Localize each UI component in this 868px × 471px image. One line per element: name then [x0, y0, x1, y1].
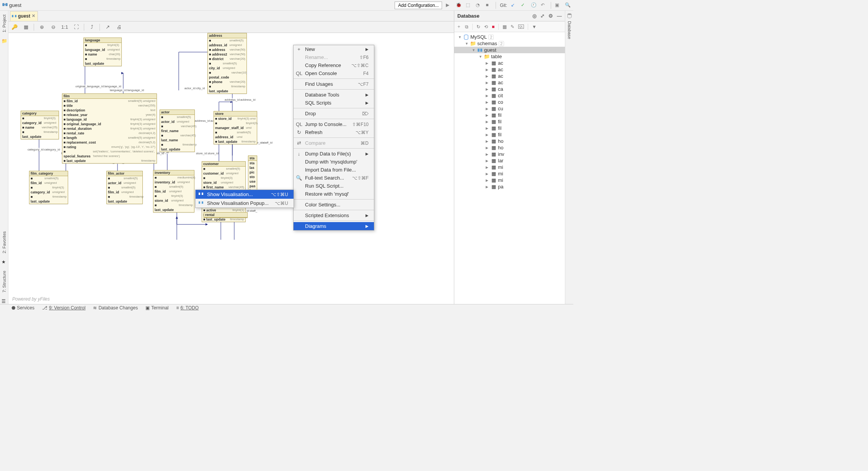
- table-inventory[interactable]: inventory■ inventory_idmediumint(8) unsi…: [153, 170, 194, 213]
- target-icon[interactable]: ◎: [532, 13, 537, 19]
- tree-tables-folder[interactable]: ▼ 📁 table: [454, 53, 565, 60]
- tree-table-item[interactable]: ▶▦ho: [454, 144, 565, 151]
- tree-table-item[interactable]: ▶▦cit: [454, 92, 565, 99]
- menu-item[interactable]: Find Usages⌥F7: [294, 80, 374, 88]
- refresh-icon[interactable]: ↻: [476, 24, 480, 29]
- menu-item[interactable]: Run SQL Script...: [294, 182, 374, 190]
- stop-icon[interactable]: ■: [486, 2, 492, 8]
- tree-table-item[interactable]: ▶▦mi: [454, 177, 565, 183]
- tree-table-item[interactable]: ▶▦co: [454, 99, 565, 105]
- menu-item[interactable]: Restore with 'mysql': [294, 190, 374, 198]
- table-film-actor[interactable]: film_actor■ actor_idsmallint(5) unsigned…: [106, 171, 143, 204]
- table-category[interactable]: category■ category_idtinyint(3) unsigned…: [21, 111, 59, 139]
- menu-item[interactable]: ↓Dump Data to File(s)▶: [294, 150, 374, 158]
- table-rental[interactable]: rental: [204, 212, 248, 218]
- tree-table-item[interactable]: ▶▦ac: [454, 66, 565, 73]
- menu-item[interactable]: Database Tools▶: [294, 91, 374, 99]
- menu-item[interactable]: Diagrams▶: [294, 222, 374, 230]
- editor-tab-guest[interactable]: guest ✕: [10, 11, 38, 21]
- git-update-icon[interactable]: ↙: [511, 2, 517, 8]
- copy-icon[interactable]: ⧉: [465, 24, 468, 29]
- db-changes-button[interactable]: ≋ Database Changes: [93, 305, 138, 311]
- project-tab[interactable]: 1: Project: [2, 13, 7, 34]
- tree-table-item[interactable]: ▶▦ca: [454, 86, 565, 92]
- tree-schema-guest[interactable]: ▼ guest: [454, 47, 565, 53]
- stop-square-icon[interactable]: ■: [492, 24, 494, 29]
- todo-button[interactable]: ≡ 6: TODO: [176, 305, 199, 311]
- tree-table-item[interactable]: ▶▦ac: [454, 73, 565, 79]
- services-button[interactable]: ⬣ Services: [11, 305, 34, 311]
- git-revert-icon[interactable]: ↶: [541, 2, 547, 8]
- edit-icon[interactable]: ✎: [511, 24, 514, 29]
- table-film-category[interactable]: film_category■ film_idsmallint(5) unsign…: [29, 171, 68, 204]
- zoom-actual-icon[interactable]: 1:1: [61, 23, 69, 31]
- tree-table-item[interactable]: ▶▦cu: [454, 105, 565, 112]
- database-tree[interactable]: ▼ MySQL 2 ▼ 📁 schemas 2 ▼ guest ▼ 📁 tabl…: [454, 32, 565, 304]
- tree-table-item[interactable]: ▶▦fil: [454, 118, 565, 125]
- terminal-button[interactable]: ▣ Terminal: [145, 305, 168, 311]
- menu-item[interactable]: ↻Refresh⌥⌘Y: [294, 128, 374, 136]
- git-commit-icon[interactable]: ✓: [521, 2, 527, 8]
- filter-icon[interactable]: ▼: [532, 24, 537, 29]
- submenu-item[interactable]: Show Visualisation...⌥⇧⌘U: [196, 190, 294, 199]
- vcs-button[interactable]: ⎇ 9: Version Control: [42, 305, 85, 311]
- menu-item[interactable]: QLOpen ConsoleF4: [294, 69, 374, 77]
- tree-datasource[interactable]: ▼ MySQL 2: [454, 34, 565, 40]
- menu-item[interactable]: Scripted Extensions▶: [294, 211, 374, 219]
- debug-icon[interactable]: 🐞: [456, 2, 462, 8]
- print-icon[interactable]: 🖨: [115, 23, 123, 31]
- tree-table-item[interactable]: ▶▦lar: [454, 157, 565, 164]
- add-icon[interactable]: ＋: [457, 23, 461, 30]
- tree-table-item[interactable]: ▶▦ac: [454, 60, 565, 66]
- tree-table-item[interactable]: ▶▦fil: [454, 131, 565, 138]
- menu-item[interactable]: Color Settings...: [294, 201, 374, 209]
- tree-table-item[interactable]: ▶▦mi: [454, 164, 565, 170]
- run-icon[interactable]: ▶: [446, 2, 452, 8]
- table-cutoff[interactable]: sta sta las pic sto use pas las: [248, 155, 257, 193]
- table-film[interactable]: film■ film_idsmallint(5) unsigned■ title…: [62, 93, 157, 164]
- table-actor[interactable]: actor■ actor_idsmallint(5) unsigned■ fir…: [160, 110, 195, 152]
- settings-icon[interactable]: ⚙: [548, 13, 553, 19]
- add-configuration-button[interactable]: Add Configuration...: [395, 2, 442, 9]
- export-icon[interactable]: ↗: [104, 23, 111, 31]
- zoom-in-icon[interactable]: ⊕: [38, 23, 46, 31]
- close-tab-icon[interactable]: ✕: [32, 13, 35, 18]
- git-history-icon[interactable]: 🕘: [531, 2, 537, 8]
- menu-item[interactable]: Drop⌦: [294, 110, 374, 118]
- tree-table-item[interactable]: ▶▦mi: [454, 170, 565, 177]
- minimize-icon[interactable]: —: [557, 13, 562, 19]
- key-icon[interactable]: 🔑: [11, 23, 18, 31]
- tree-table-item[interactable]: ▶▦ac: [454, 79, 565, 86]
- menu-item[interactable]: Dump with 'mysqldump': [294, 158, 374, 166]
- tree-table-item[interactable]: ▶▦fil: [454, 125, 565, 131]
- sync-icon[interactable]: ⟲: [484, 24, 488, 29]
- layout-icon[interactable]: ⤴: [88, 23, 96, 31]
- ql-icon[interactable]: QL: [518, 25, 524, 29]
- menu-item[interactable]: +New▶: [294, 45, 374, 53]
- table-view-icon[interactable]: ▦: [503, 24, 507, 29]
- tree-table-item[interactable]: ▶▦pa: [454, 183, 565, 190]
- menu-item[interactable]: QLJump to Console...⇧⌘F10: [294, 120, 374, 128]
- diagram-canvas[interactable]: original_language_id:language_id languag…: [8, 33, 454, 304]
- tree-table-item[interactable]: ▶▦fil: [454, 112, 565, 118]
- tree-schemas[interactable]: ▼ 📁 schemas 2: [454, 40, 565, 47]
- tree-table-item[interactable]: ▶▦inv: [454, 151, 565, 157]
- zoom-out-icon[interactable]: ⊖: [49, 23, 57, 31]
- database-tab[interactable]: Database: [567, 20, 572, 41]
- expand-icon[interactable]: ⤢: [540, 13, 545, 19]
- fit-icon[interactable]: ⛶: [72, 23, 80, 31]
- menu-item[interactable]: Copy Reference⌥⇧⌘C: [294, 61, 374, 69]
- favorites-tab[interactable]: 2: Favorites: [2, 230, 7, 255]
- table-language[interactable]: language■ language_idtinyint(3) unsigned…: [83, 38, 122, 66]
- tree-table-item[interactable]: ▶▦ho: [454, 138, 565, 144]
- table-store[interactable]: store■ store_idtinyint(3) unsi■ manager_…: [214, 111, 257, 144]
- profile-icon[interactable]: ◔: [476, 2, 482, 8]
- menu-item[interactable]: Import Data from File...: [294, 166, 374, 174]
- menu-item[interactable]: SQL Scripts▶: [294, 99, 374, 107]
- search-everywhere-icon[interactable]: 🔍: [565, 2, 571, 8]
- coverage-icon[interactable]: ⬚: [466, 2, 472, 8]
- grid-icon[interactable]: ▦: [22, 23, 30, 31]
- table-address[interactable]: address■ address_idsmallint(5) unsigned■…: [207, 33, 247, 94]
- submenu-item[interactable]: Show Visualisation Popup...⌥⌘U: [196, 199, 294, 208]
- ide-script-icon[interactable]: ▣: [555, 2, 561, 8]
